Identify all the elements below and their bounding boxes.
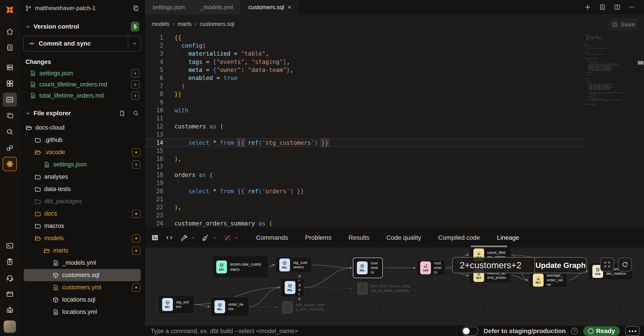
preview-code-icon[interactable] — [166, 234, 173, 242]
breadcrumb-segment[interactable]: marts — [178, 21, 192, 27]
code-line-12[interactable]: 12customers as ( — [145, 122, 584, 130]
terminal-icon[interactable] — [3, 239, 17, 253]
lineage-canvas[interactable]: SRCecom.raw_customersMDLstg_customersMDL… — [145, 247, 644, 326]
panel-tab-compiled-code[interactable]: Compiled code — [430, 228, 488, 247]
code-editor[interactable]: 1{{2 config(3 materialized = "table",4 t… — [145, 33, 584, 228]
update-graph-button[interactable]: Update Graph — [534, 258, 586, 273]
lineage-node-customers-sem[interactable]: SEMcustomers — [416, 260, 446, 276]
code-line-6[interactable]: 6 enabled = true — [145, 74, 584, 82]
ai-fix-wand-icon[interactable] — [224, 234, 231, 242]
dbt-logo-icon[interactable] — [0, 0, 20, 20]
editor-scrollbar-thumb[interactable] — [638, 61, 644, 64]
new-file-icon[interactable] — [119, 110, 126, 117]
tree-item-analyses[interactable]: analyses — [20, 171, 145, 183]
new-tab-icon[interactable] — [584, 3, 591, 11]
tree-item-marts[interactable]: marts — [20, 244, 145, 257]
code-line-5[interactable]: 5 meta = {"owner": "data-team"}, — [145, 66, 584, 74]
defer-toggle[interactable] — [462, 327, 478, 336]
tree-item--vscode[interactable]: .vscode — [20, 146, 145, 158]
lineage-node-stg-orders[interactable]: MDLstg_orders — [158, 295, 194, 314]
breadcrumb-segment[interactable]: models — [152, 21, 170, 27]
support-headset-icon[interactable] — [3, 271, 17, 285]
tab--models-yml[interactable]: _models.yml — [193, 0, 241, 14]
chevron-down-icon[interactable] — [212, 236, 217, 240]
code-line-14[interactable]: 14 select * from {{ ref('stg_customers')… — [145, 138, 584, 147]
tree-item-settings-json[interactable]: settings.json+ — [20, 158, 145, 171]
code-line-10[interactable]: 10with — [145, 106, 584, 114]
tab-settings-json[interactable]: settings.json — [145, 0, 193, 14]
branch-row[interactable]: matthewshaver-patch-1 — [20, 0, 145, 16]
code-line-1[interactable]: 1{{ — [145, 33, 584, 41]
panel-tab-code-quality[interactable]: Code quality — [378, 228, 430, 247]
clipboard-icon[interactable] — [3, 255, 17, 269]
file-explorer-header[interactable]: File explorer — [20, 106, 145, 120]
tree-item-customers-sql[interactable]: customers.sql — [24, 269, 141, 281]
code-editor-icon[interactable] — [3, 92, 17, 107]
code-line-24[interactable]: 24customer_orders_summary as ( — [145, 219, 584, 227]
canvas-icon[interactable] — [3, 109, 17, 123]
statusbar-more-button[interactable] — [625, 326, 640, 336]
lineage-node-test-order-items[interactable]: TSTtest_order_items_compute_to_bools_cor… — [353, 280, 416, 297]
tree-item-docs-cloud[interactable]: docs-cloud — [20, 121, 145, 134]
command-input[interactable]: Type a command, ex. dbt build --select <… — [151, 328, 451, 335]
build-wrench-icon[interactable] — [180, 234, 188, 242]
code-line-4[interactable]: 4 tags = ["events", "staging"], — [145, 58, 584, 66]
editor-minimap[interactable]: {{ config( materialized = "table", tags … — [584, 34, 626, 105]
tree-item--github[interactable]: .github — [20, 134, 145, 146]
code-line-13[interactable]: 13 — [145, 130, 584, 138]
tree-item-locations-sql[interactable]: locations.sql — [20, 294, 145, 306]
code-line-20[interactable]: 20 select * from {{ ref('orders') }} — [145, 187, 584, 195]
lineage-fullscreen-button[interactable] — [600, 258, 614, 272]
code-line-19[interactable]: 19 — [145, 179, 584, 187]
panel-tab-scroll-indicator[interactable] — [471, 246, 507, 247]
split-editor-icon[interactable] — [614, 3, 621, 11]
lineage-node-orders[interactable]: MDLorders — [281, 278, 304, 297]
changed-file-row[interactable]: settings.json+ — [20, 68, 145, 79]
close-tab-icon[interactable]: × — [288, 4, 291, 11]
search-icon[interactable] — [132, 110, 139, 117]
dashboard-icon[interactable] — [3, 76, 17, 91]
tree-item-models[interactable]: models — [20, 232, 145, 244]
tree-item-data-tests[interactable]: data-tests — [20, 183, 145, 195]
code-line-3[interactable]: 3 materialized = "table", — [145, 50, 584, 58]
code-line-7[interactable]: 7 ) — [145, 82, 584, 90]
code-line-22[interactable]: 22), — [145, 203, 584, 211]
breadcrumb-segment[interactable]: customers.sql — [200, 21, 234, 27]
format-broom-icon[interactable] — [202, 234, 209, 242]
panel-tab-lineage[interactable]: Lineage — [488, 228, 528, 247]
lineage-node-stg-customers[interactable]: MDLstg_customers — [276, 257, 312, 273]
chevron-down-icon[interactable] — [234, 236, 239, 240]
ai-atom-icon[interactable] — [3, 157, 17, 171]
code-line-17[interactable]: 17 — [145, 163, 584, 171]
lineage-node-test-supply[interactable]: TSTtest_supply_costs_sum_correctly — [278, 300, 328, 314]
code-line-9[interactable]: 9 — [145, 98, 584, 106]
lineage-node-customers-mdl[interactable]: MDLcustomers — [353, 258, 383, 278]
code-line-8[interactable]: 8}} — [145, 90, 584, 98]
user-avatar[interactable] — [4, 320, 16, 333]
help-icon[interactable]: ? — [571, 328, 578, 335]
save-button[interactable]: Save — [609, 18, 638, 31]
tab-customers-sql[interactable]: customers.sql× — [240, 0, 299, 14]
code-line-21[interactable]: 21 — [145, 195, 584, 203]
explore-search-icon[interactable] — [3, 125, 17, 139]
lineage-refresh-button[interactable] — [618, 258, 632, 272]
copy-icon[interactable] — [132, 5, 139, 12]
stage-file-button[interactable]: + — [131, 69, 139, 77]
environment-icon[interactable] — [3, 60, 17, 75]
lineage-selector-input[interactable]: 2+customers+2 — [452, 258, 534, 273]
assistant-icon[interactable] — [3, 303, 17, 317]
tree-item-docs[interactable]: docs — [20, 208, 145, 220]
code-line-15[interactable]: 15 — [145, 147, 584, 155]
lineage-node-average-order-value[interactable]: METaverage_order_value — [529, 273, 568, 288]
panel-tab-problems[interactable]: Problems — [296, 228, 340, 247]
stage-file-button[interactable]: + — [131, 80, 139, 88]
panel-tab-commands[interactable]: Commands — [248, 228, 296, 247]
ready-status-badge[interactable]: Ready — [583, 326, 620, 336]
changed-file-row[interactable]: count_lifetime_orders.md+ — [20, 79, 145, 90]
code-line-23[interactable]: 23 — [145, 211, 584, 219]
stage-file-button[interactable]: + — [131, 92, 139, 100]
chevron-down-icon[interactable] — [190, 236, 195, 240]
lineage-node-order-items[interactable]: MDLorder_items — [211, 297, 249, 317]
code-line-11[interactable]: 11 — [145, 114, 584, 122]
commit-and-sync-button[interactable]: Commit and sync — [24, 36, 128, 51]
